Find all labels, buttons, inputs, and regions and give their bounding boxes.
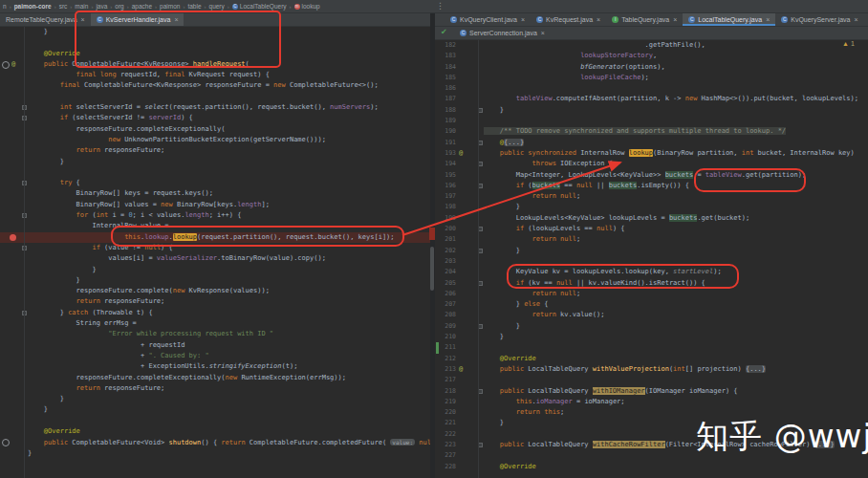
breadcrumb-item-apache[interactable]: apache [132,3,152,10]
tab-options-icon[interactable]: ⋮ [436,1,445,11]
code-line-197[interactable]: 197 return null; [435,191,868,202]
scrollbar-breakpoint-mark[interactable] [429,228,435,240]
close-icon[interactable]: × [597,16,600,23]
code-line-184[interactable]: 184 bfGenerator(options), [435,62,868,73]
code-line[interactable]: if (selectServerId != serverId) { [0,113,430,123]
code-line-219[interactable]: 219 this.ioManager = ioManager; [435,397,868,407]
code-line[interactable]: public CompletableFuture<Void> shutdown(… [0,437,430,447]
breadcrumb-item-src[interactable]: src [59,3,68,10]
breadcrumb-item-java[interactable]: java [96,3,107,10]
code-line-206[interactable]: 206 return null; [435,289,868,299]
code-line-208[interactable]: 208 return kv.value(); [435,310,868,320]
code-line[interactable]: BinaryRow[] values = new BinaryRow[keys.… [0,200,430,210]
code-line-213[interactable]: 213@ public LocalTableQuery withValuePro… [435,364,868,375]
code-line[interactable]: + ". Caused by: " [0,351,430,361]
code-line-205[interactable]: 205 if (kv == null || kv.valueKind().isR… [435,278,868,289]
code-line[interactable]: this.lookup.lookup(request.partition(), … [0,232,430,243]
code-line[interactable]: responseFuture.completeExceptionally( [0,124,430,135]
code-line[interactable]: return responseFuture; [0,145,430,156]
scrollbar-thumb[interactable] [430,247,434,291]
code-line[interactable]: "Error while processing request with ID … [0,329,430,339]
code-line-200[interactable]: 200 if (lookupLevels == null) { [435,224,868,234]
code-line-189[interactable]: 189 [435,116,868,126]
breakpoint-icon[interactable] [10,234,16,241]
code-line-198[interactable]: 198 } [435,202,868,212]
tab-RemoteTableQuery.java[interactable]: RemoteTableQuery.java× [0,13,91,26]
breadcrumb-item-paimon[interactable]: paimon [160,3,180,10]
tab-TableQuery.java[interactable]: ITableQuery.java× [606,13,683,26]
code-line[interactable]: @Override [0,49,430,59]
code-line-228[interactable]: 228 @Override [435,462,868,472]
code-line-195[interactable]: 195 Map<Integer, LookupLevels<KeyValue>>… [435,170,868,181]
tab-KvRequest.java[interactable]: CKvRequest.java× [531,13,606,26]
breadcrumb-item-lookup[interactable]: mlookup [294,3,320,10]
code-line[interactable]: InternalRow value = [0,221,430,231]
code-line[interactable]: } catch (Throwable t) { [0,308,430,318]
code-line[interactable]: @ public CompletableFuture<KvResponse> h… [0,59,430,70]
code-line-183[interactable]: 183 lookupStoreFactory, [435,51,868,61]
breadcrumb-item-table[interactable]: table [187,3,201,10]
code-line[interactable] [0,416,430,426]
code-line[interactable]: BinaryRow[] keys = request.keys(); [0,188,430,199]
tab-ServerConnection.java[interactable]: CServerConnection.java× [454,27,551,39]
close-icon[interactable]: × [854,16,857,23]
code-line-204[interactable]: 204 KeyValue kv = lookupLevels.lookup(ke… [435,267,868,277]
code-line[interactable]: } [0,27,430,37]
code-line-193[interactable]: 193@ public synchronized InternalRow loo… [435,148,868,159]
code-line[interactable]: @Override [0,426,430,437]
code-line[interactable]: String errMsg = [0,318,430,329]
code-line[interactable]: } [0,265,430,275]
code-line-186[interactable]: 186 [435,83,868,94]
code-line[interactable]: } [0,394,430,404]
breadcrumb-item-main[interactable]: main [75,3,88,10]
code-line[interactable]: final long requestId, final KvRequest re… [0,70,430,80]
code-line[interactable]: return responseFuture; [0,296,430,307]
code-line[interactable]: } [0,275,430,286]
code-line-188[interactable]: 188 } [435,105,868,116]
tab-KvQueryServer.java[interactable]: CKvQueryServer.java× [775,13,863,26]
code-line[interactable]: + ExceptionUtils.stringifyException(t); [0,361,430,372]
close-icon[interactable]: × [673,16,677,23]
code-line[interactable] [0,92,430,102]
code-line-182[interactable]: 182 .getPathFile(), [435,40,868,51]
breadcrumb-item-LocalTableQuery[interactable]: CLocalTableQuery [232,3,287,10]
code-line-203[interactable]: 203 [435,256,868,267]
code-line[interactable]: responseFuture.complete(new KvResponse(v… [0,286,430,296]
breadcrumb-item-paimon-core[interactable]: paimon-core [14,3,52,10]
code-line-218[interactable]: 218 public LocalTableQuery withIOManager… [435,386,868,397]
breadcrumb-item-org[interactable]: org [115,3,123,10]
code-line[interactable]: if (value != null) { [0,243,430,253]
code-line-212[interactable]: 212 @Override [435,354,868,364]
code-line-191[interactable]: 191 @{...} [435,138,868,148]
close-icon[interactable]: × [81,16,85,23]
code-line[interactable]: } [0,404,430,415]
code-line[interactable]: int selectServerId = select(request.part… [0,102,430,113]
code-line-207[interactable]: 207 } else { [435,299,868,310]
code-line-187[interactable]: 187 tableView.computeIfAbsent(partition,… [435,94,868,104]
code-line[interactable]: final CompletableFuture<KvResponse> resp… [0,80,430,91]
code-line-210[interactable]: 210 } [435,332,868,342]
code-line[interactable] [0,167,430,178]
code-line[interactable]: for (int i = 0; i < values.length; i++) … [0,210,430,221]
code-line-185[interactable]: 185 lookupFileCache); [435,73,868,83]
code-line[interactable]: new UnknownPartitionBucketException(getS… [0,135,430,145]
code-line[interactable]: values[i] = valueSerializer.toBinaryRow(… [0,253,430,264]
tab-KvServerHandler.java[interactable]: CKvServerHandler.java× [91,13,184,26]
close-icon[interactable]: × [541,30,545,36]
close-icon[interactable]: × [766,16,770,23]
code-line-202[interactable]: 202 } [435,246,868,256]
code-line[interactable]: } [0,448,430,459]
code-line[interactable]: return responseFuture; [0,383,430,394]
code-line-190[interactable]: 190 /** TODO remove synchronized and sup… [435,126,868,137]
code-line-196[interactable]: 196 if (buckets == null || buckets.isEmp… [435,181,868,191]
code-line[interactable]: try { [0,178,430,188]
breadcrumb-item-query[interactable]: query [209,3,225,10]
tab-KvQueryClient.java[interactable]: CKvQueryClient.java× [445,13,531,26]
breadcrumb-item-n[interactable]: n [3,3,7,10]
close-icon[interactable]: × [521,16,525,23]
code-line-194[interactable]: 194 throws IOException { [435,159,868,169]
code-line-211[interactable]: 211 [435,342,868,353]
code-line[interactable]: + requestId [0,340,430,351]
code-line[interactable] [0,37,430,48]
close-icon[interactable]: × [174,16,178,23]
